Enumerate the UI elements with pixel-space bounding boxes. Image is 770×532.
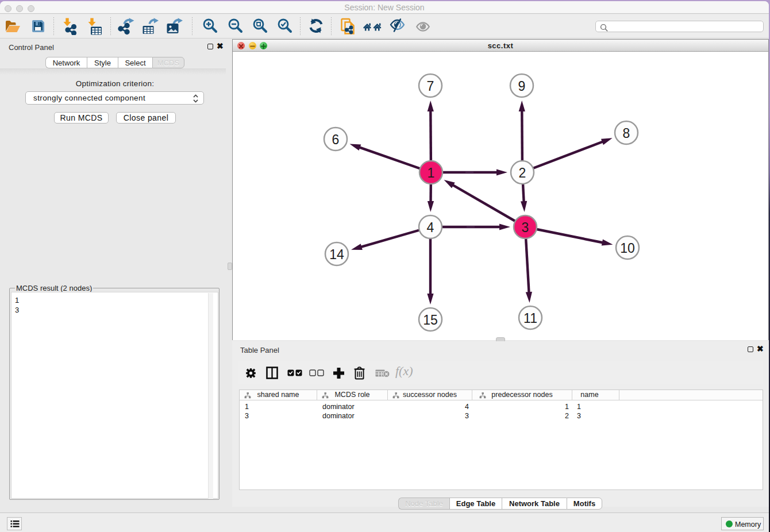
svg-text:11: 11	[523, 311, 537, 326]
svg-text:8: 8	[623, 126, 630, 141]
svg-text:1: 1	[428, 165, 435, 180]
svg-text:9: 9	[518, 79, 526, 94]
svg-text:7: 7	[427, 79, 434, 94]
svg-text:3: 3	[522, 220, 529, 235]
svg-text:6: 6	[332, 132, 340, 147]
svg-text:10: 10	[620, 241, 635, 256]
svg-text:2: 2	[519, 165, 526, 180]
svg-text:4: 4	[427, 220, 434, 235]
svg-text:14: 14	[329, 247, 344, 262]
svg-text:15: 15	[423, 313, 438, 327]
